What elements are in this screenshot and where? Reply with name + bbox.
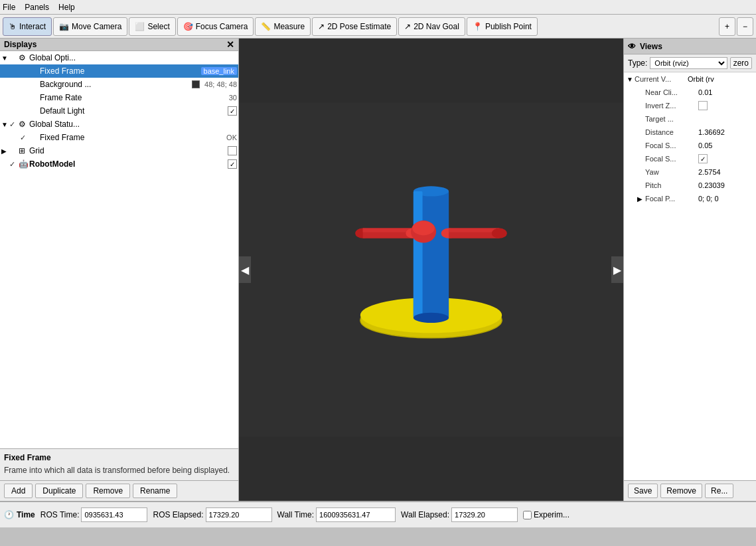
views-prop-1[interactable]: Invert Z... <box>624 99 756 112</box>
tree-item-global-statu[interactable]: ▼✓⚙Global Statu... <box>0 118 238 131</box>
2d-pose-button[interactable]: ↗ 2D Pose Estimate <box>312 17 397 36</box>
tree-check-global-statu: ✓ <box>9 120 19 129</box>
svg-rect-5 <box>414 191 423 318</box>
views-prop-0[interactable]: Near Cli...0.01 <box>624 86 756 99</box>
tree-item-background[interactable]: Background ...48; 48; 48 <box>0 78 238 91</box>
tree-arrow-global-statu[interactable]: ▼ <box>1 121 9 128</box>
experiment-checkbox[interactable] <box>523 511 532 519</box>
tree-label-fixed-frame: Fixed Frame <box>40 66 198 76</box>
views-prop-label-0: Near Cli... <box>645 88 698 96</box>
tree-label-robot-model: RobotModel <box>29 159 228 169</box>
viewport-arrow-left[interactable]: ◀ <box>239 256 251 283</box>
2d-pose-label: 2D Pose Estimate <box>327 22 391 31</box>
tree-label-grid: Grid <box>29 146 228 155</box>
tree-checkbox-default-light[interactable]: ✓ <box>228 106 237 116</box>
2d-nav-button[interactable]: ↗ 2D Nav Goal <box>398 17 465 36</box>
displays-panel: Displays ✕ ▼⚙Global Opti...Fixed Frameba… <box>0 39 239 501</box>
viewport-arrow-right[interactable]: ▶ <box>611 256 623 283</box>
views-prop-3[interactable]: Distance1.36692 <box>624 126 756 139</box>
displays-panel-close[interactable]: ✕ <box>226 40 234 49</box>
tree-label-global-statu: Global Statu... <box>29 120 237 129</box>
views-prop-2[interactable]: Target ... <box>624 112 756 126</box>
views-remove-button[interactable]: Remove <box>660 484 702 498</box>
views-type-label: Type: <box>628 58 647 68</box>
remove-button[interactable]: Remove <box>86 484 130 498</box>
views-buttons: Save Remove Re... <box>624 480 756 501</box>
2d-pose-icon: ↗ <box>318 22 325 31</box>
views-save-button[interactable]: Save <box>628 484 658 498</box>
menu-panels[interactable]: Panels <box>25 3 49 12</box>
ros-time-input[interactable] <box>81 507 147 522</box>
views-current-header[interactable]: ▼Current V...Orbit (rv <box>624 72 756 86</box>
menubar: File Panels Help <box>0 0 756 15</box>
measure-button[interactable]: 📏 Measure <box>255 17 311 36</box>
svg-rect-9 <box>363 228 414 232</box>
tree-item-robot-model[interactable]: ✓🤖RobotModel✓ <box>0 157 238 171</box>
views-prop-label-3: Distance <box>645 128 698 136</box>
tree-arrow-grid[interactable]: ▶ <box>1 147 9 155</box>
wall-time-label: Wall Time: <box>277 510 315 519</box>
focus-camera-label: Focus Camera <box>196 22 248 31</box>
move-camera-button[interactable]: 📷 Move Camera <box>53 17 127 36</box>
views-prop-5[interactable]: Focal S...✓ <box>624 152 756 165</box>
interact-button[interactable]: 🖱 Interact <box>3 17 52 36</box>
views-re-button[interactable]: Re... <box>705 484 733 498</box>
views-prop-8[interactable]: ▶Focal P...0; 0; 0 <box>624 192 756 205</box>
tree-label-fixed-frame-ok: Fixed Frame <box>40 133 224 142</box>
wall-elapsed-input[interactable] <box>451 507 518 522</box>
views-icon: 👁 <box>628 42 636 51</box>
tree-item-default-light[interactable]: Default Light✓ <box>0 104 238 118</box>
menu-file[interactable]: File <box>3 3 15 12</box>
tree-icon-global-statu: ⚙ <box>19 120 29 129</box>
2d-nav-label: 2D Nav Goal <box>414 22 459 31</box>
tree-value-background: 48; 48; 48 <box>204 80 237 88</box>
tree-value-fixed-frame: base_link <box>201 67 237 75</box>
views-prop-4[interactable]: Focal S...0.05 <box>624 139 756 152</box>
views-prop-checkbox-1[interactable] <box>698 101 708 110</box>
panel-buttons: Add Duplicate Remove Rename <box>0 480 238 501</box>
tree-item-grid[interactable]: ▶⊞Grid <box>0 144 238 157</box>
views-prop-checkbox-5[interactable]: ✓ <box>698 154 708 163</box>
focus-camera-button[interactable]: 🎯 Focus Camera <box>177 17 254 36</box>
views-type-select[interactable]: Orbit (rviz) <box>650 57 727 69</box>
duplicate-button[interactable]: Duplicate <box>35 484 83 498</box>
views-prop-label-7: Pitch <box>645 181 698 189</box>
views-zero-button[interactable]: zero <box>730 57 752 69</box>
tree-item-global-opti[interactable]: ▼⚙Global Opti... <box>0 51 238 64</box>
views-current-label: Current V... <box>635 75 688 83</box>
time-icon: 🕐 <box>4 510 14 519</box>
add-button[interactable]: Add <box>4 484 33 498</box>
ros-time-group: ROS Time: <box>40 507 148 522</box>
wall-time-input[interactable] <box>316 507 396 522</box>
tree-label-background: Background ... <box>40 80 192 89</box>
remove-panel-button[interactable]: − <box>737 17 753 36</box>
tree-value-frame-rate: 30 <box>229 94 237 102</box>
views-prop-7[interactable]: Pitch0.23039 <box>624 179 756 192</box>
experiment-checkbox-label[interactable]: Experim... <box>523 510 569 519</box>
add-panel-button[interactable]: + <box>719 17 735 36</box>
tree-checkbox-robot-model[interactable]: ✓ <box>228 159 237 169</box>
3d-viewport[interactable]: ◀ ▶ <box>239 39 623 501</box>
views-prop-label-6: Yaw <box>645 168 698 176</box>
measure-icon: 📏 <box>261 22 271 31</box>
tree-item-frame-rate[interactable]: Frame Rate30 <box>0 91 238 104</box>
tree-label-frame-rate: Frame Rate <box>40 93 226 102</box>
views-prop-6[interactable]: Yaw2.5754 <box>624 165 756 179</box>
views-type-row: Type: Orbit (rviz) zero <box>624 54 756 72</box>
select-button[interactable]: ⬜ Select <box>129 17 175 36</box>
move-camera-icon: 📷 <box>59 22 69 31</box>
tree-item-fixed-frame[interactable]: Fixed Framebase_link <box>0 64 238 78</box>
views-current-type: Orbit (rv <box>688 75 753 83</box>
publish-point-button[interactable]: 📍 Publish Point <box>467 17 538 36</box>
tree-checkbox-grid[interactable] <box>228 146 237 155</box>
views-panel: 👁 Views Type: Orbit (rviz) zero ▼Current… <box>623 39 756 501</box>
rename-button[interactable]: Rename <box>133 484 177 498</box>
displays-tree: ▼⚙Global Opti...Fixed Framebase_linkBack… <box>0 51 238 448</box>
info-box: Fixed Frame Frame into which all data is… <box>0 448 238 480</box>
menu-help[interactable]: Help <box>58 3 75 12</box>
svg-rect-13 <box>449 228 499 232</box>
tree-item-fixed-frame-ok[interactable]: ✓Fixed FrameOK <box>0 131 238 144</box>
tree-arrow-global-opti[interactable]: ▼ <box>1 54 9 62</box>
ros-elapsed-input[interactable] <box>206 507 272 522</box>
move-camera-label: Move Camera <box>72 22 121 31</box>
